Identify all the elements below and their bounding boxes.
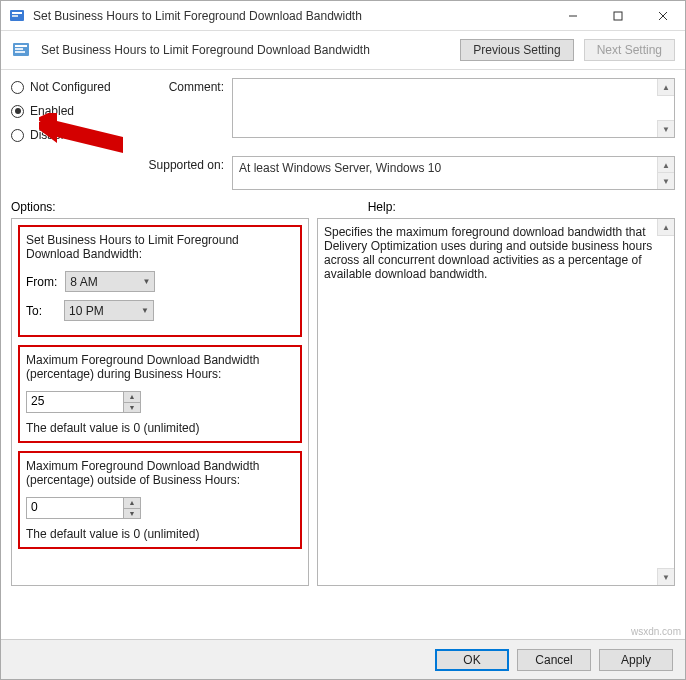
cancel-button[interactable]: Cancel	[517, 649, 591, 671]
radio-label: Enabled	[30, 104, 74, 118]
radio-not-configured[interactable]: Not Configured	[11, 80, 131, 94]
supported-on-field: At least Windows Server, Windows 10 ▲ ▼	[232, 156, 675, 190]
comment-textarea[interactable]: ▲ ▼	[232, 78, 675, 138]
panels: Set Business Hours to Limit Foreground D…	[1, 218, 685, 586]
svg-rect-1	[12, 12, 22, 14]
help-text: Specifies the maximum foreground downloa…	[324, 225, 652, 281]
policy-icon	[11, 40, 31, 60]
radio-circle-icon	[11, 81, 24, 94]
help-label: Help:	[368, 200, 396, 214]
chevron-down-icon: ▼	[141, 306, 149, 315]
section-labels: Options: Help:	[1, 194, 685, 218]
supported-label: Supported on:	[139, 156, 224, 172]
watermark: wsxdn.com	[631, 626, 681, 637]
from-label: From:	[26, 275, 57, 289]
spinner-value[interactable]: 0	[27, 498, 123, 518]
business-hours-block: Set Business Hours to Limit Foreground D…	[18, 225, 302, 337]
radio-label: Disabled	[30, 128, 77, 142]
block-title: Maximum Foreground Download Bandwidth (p…	[26, 353, 294, 381]
spinner-down-icon[interactable]: ▼	[124, 403, 140, 413]
close-button[interactable]	[640, 1, 685, 30]
during-hours-block: Maximum Foreground Download Bandwidth (p…	[18, 345, 302, 443]
scroll-up-icon[interactable]: ▲	[657, 219, 674, 236]
spinner-value[interactable]: 25	[27, 392, 123, 412]
from-time-dropdown[interactable]: 8 AM ▼	[65, 271, 155, 292]
to-time-dropdown[interactable]: 10 PM ▼	[64, 300, 154, 321]
chevron-down-icon: ▼	[142, 277, 150, 286]
spinner-down-icon[interactable]: ▼	[124, 509, 140, 519]
state-radios: Not Configured Enabled Disabled	[11, 78, 131, 152]
supported-row: Supported on: At least Windows Server, W…	[1, 152, 685, 194]
options-panel: Set Business Hours to Limit Foreground D…	[11, 218, 309, 586]
svg-rect-10	[15, 51, 25, 53]
spinner-up-icon[interactable]: ▲	[124, 498, 140, 509]
app-icon	[9, 8, 25, 24]
scroll-down-icon[interactable]: ▼	[657, 568, 674, 585]
supported-on-text: At least Windows Server, Windows 10	[239, 161, 441, 175]
radio-disabled[interactable]: Disabled	[11, 128, 131, 142]
help-panel: Specifies the maximum foreground downloa…	[317, 218, 675, 586]
comment-label: Comment:	[139, 78, 224, 152]
scroll-down-icon[interactable]: ▼	[657, 172, 674, 189]
block-title: Maximum Foreground Download Bandwidth (p…	[26, 459, 294, 487]
dialog-footer: OK Cancel Apply	[1, 639, 685, 679]
default-note: The default value is 0 (unlimited)	[26, 421, 294, 435]
svg-rect-4	[614, 12, 622, 20]
during-hours-spinner[interactable]: 25 ▲ ▼	[26, 391, 141, 413]
svg-rect-8	[15, 45, 27, 47]
radio-circle-icon	[11, 105, 24, 118]
policy-header: Set Business Hours to Limit Foreground D…	[1, 31, 685, 70]
default-note: The default value is 0 (unlimited)	[26, 527, 294, 541]
maximize-button[interactable]	[595, 1, 640, 30]
next-setting-button: Next Setting	[584, 39, 675, 61]
previous-setting-button[interactable]: Previous Setting	[460, 39, 573, 61]
radio-enabled[interactable]: Enabled	[11, 104, 131, 118]
svg-rect-9	[15, 48, 23, 50]
to-time-value: 10 PM	[69, 304, 104, 318]
svg-rect-2	[12, 15, 18, 17]
radio-circle-icon	[11, 129, 24, 142]
ok-button[interactable]: OK	[435, 649, 509, 671]
config-row: Not Configured Enabled Disabled Comment:…	[1, 70, 685, 152]
scroll-down-icon[interactable]: ▼	[657, 120, 674, 137]
from-time-value: 8 AM	[70, 275, 97, 289]
window-title: Set Business Hours to Limit Foreground D…	[33, 9, 550, 23]
scroll-up-icon[interactable]: ▲	[657, 79, 674, 96]
block-title: Set Business Hours to Limit Foreground D…	[26, 233, 294, 261]
to-label: To:	[26, 304, 56, 318]
apply-button[interactable]: Apply	[599, 649, 673, 671]
title-bar: Set Business Hours to Limit Foreground D…	[1, 1, 685, 31]
policy-title: Set Business Hours to Limit Foreground D…	[41, 43, 450, 57]
spinner-up-icon[interactable]: ▲	[124, 392, 140, 403]
outside-hours-spinner[interactable]: 0 ▲ ▼	[26, 497, 141, 519]
radio-label: Not Configured	[30, 80, 111, 94]
outside-hours-block: Maximum Foreground Download Bandwidth (p…	[18, 451, 302, 549]
options-label: Options:	[11, 200, 56, 214]
minimize-button[interactable]	[550, 1, 595, 30]
